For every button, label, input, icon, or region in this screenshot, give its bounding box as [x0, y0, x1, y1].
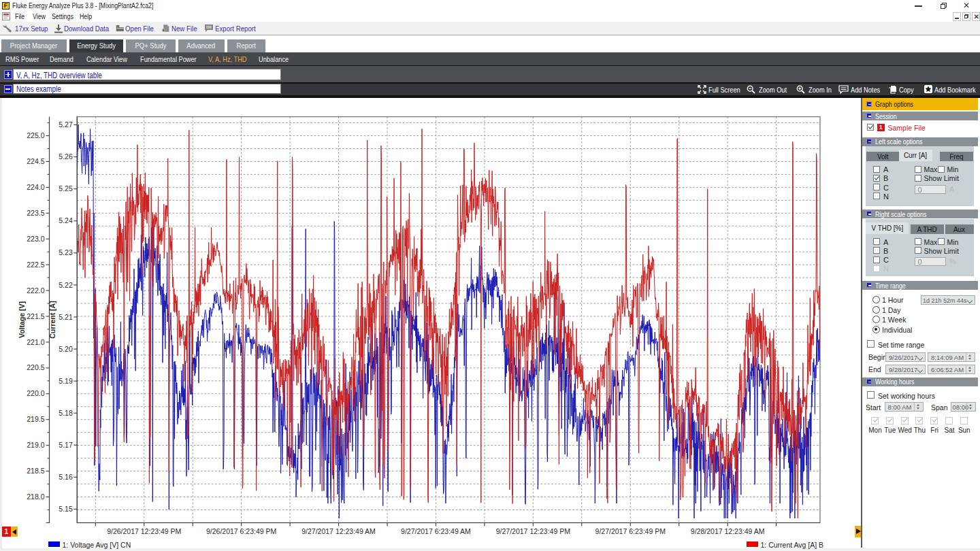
svg-text:218.0: 218.0	[27, 492, 44, 501]
svg-text:221.0: 221.0	[27, 338, 44, 346]
svg-text:218.5: 218.5	[27, 467, 44, 475]
svg-text:9/26/2017 12:23:49 PM: 9/26/2017 12:23:49 PM	[107, 527, 181, 535]
svg-text:5.20: 5.20	[59, 345, 73, 353]
svg-text:9/27/2017 12:23:49 AM: 9/27/2017 12:23:49 AM	[301, 527, 376, 535]
svg-text:5.25: 5.25	[59, 184, 73, 193]
svg-text:5.17: 5.17	[59, 441, 73, 449]
svg-text:5.19: 5.19	[59, 377, 73, 385]
svg-text:5.16: 5.16	[59, 473, 73, 481]
svg-text:220.0: 220.0	[27, 389, 44, 397]
svg-text:219.5: 219.5	[27, 415, 44, 423]
svg-text:5.21: 5.21	[59, 313, 73, 321]
svg-text:Voltage [V]: Voltage [V]	[18, 301, 26, 338]
svg-text:5.15: 5.15	[59, 505, 73, 513]
svg-text:223.5: 223.5	[27, 209, 44, 217]
svg-text:5.24: 5.24	[59, 216, 73, 224]
svg-text:224.5: 224.5	[27, 157, 44, 165]
svg-text:5.27: 5.27	[59, 120, 73, 129]
svg-text:222.0: 222.0	[27, 286, 44, 295]
svg-text:Current [A]: Current [A]	[48, 301, 56, 338]
svg-text:223.0: 223.0	[27, 235, 44, 243]
svg-text:219.0: 219.0	[27, 441, 44, 449]
svg-text:221.5: 221.5	[27, 312, 44, 320]
svg-text:9/27/2017 6:23:49 AM: 9/27/2017 6:23:49 AM	[401, 527, 471, 535]
svg-text:224.0: 224.0	[27, 183, 44, 191]
svg-text:9/26/2017 6:23:49 PM: 9/26/2017 6:23:49 PM	[206, 527, 276, 535]
svg-text:9/28/2017 12:23:49 AM: 9/28/2017 12:23:49 AM	[691, 527, 765, 535]
svg-text:220.5: 220.5	[27, 363, 44, 371]
svg-text:5.26: 5.26	[59, 152, 73, 161]
svg-text:9/27/2017 12:23:49 PM: 9/27/2017 12:23:49 PM	[496, 527, 570, 535]
svg-text:5.22: 5.22	[59, 281, 73, 289]
svg-text:225.0: 225.0	[27, 131, 44, 139]
svg-text:9/27/2017 6:23:49 PM: 9/27/2017 6:23:49 PM	[595, 527, 666, 535]
svg-text:5.23: 5.23	[59, 248, 73, 256]
svg-text:222.5: 222.5	[27, 261, 44, 269]
svg-text:5.18: 5.18	[59, 409, 73, 417]
